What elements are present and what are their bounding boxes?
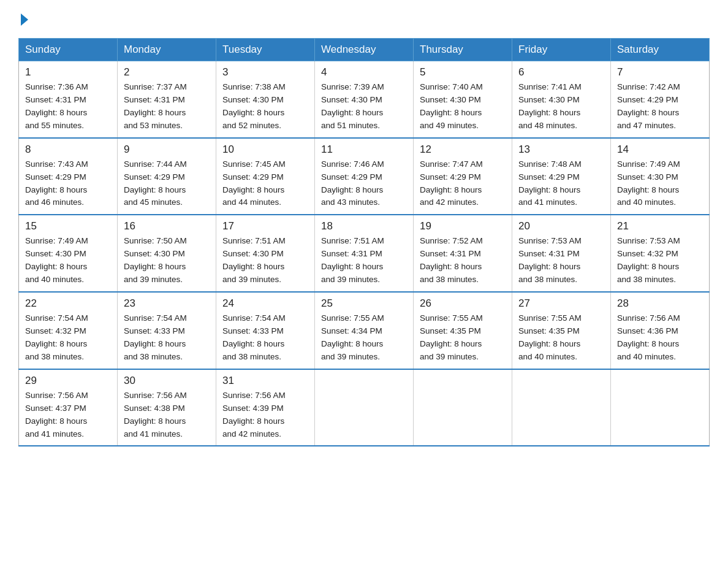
day-info: Sunrise: 7:40 AMSunset: 4:30 PMDaylight:…: [420, 82, 483, 130]
calendar-cell: 14 Sunrise: 7:49 AMSunset: 4:30 PMDaylig…: [611, 138, 710, 215]
header-thursday: Thursday: [414, 39, 512, 61]
calendar-cell: 3 Sunrise: 7:38 AMSunset: 4:30 PMDayligh…: [216, 61, 315, 138]
weekday-header-row: Sunday Monday Tuesday Wednesday Thursday…: [19, 39, 710, 61]
day-number: 18: [321, 220, 407, 232]
calendar-week-row: 22 Sunrise: 7:54 AMSunset: 4:32 PMDaylig…: [19, 292, 710, 369]
calendar-cell: 25 Sunrise: 7:55 AMSunset: 4:34 PMDaylig…: [315, 292, 414, 369]
calendar-cell: [414, 369, 512, 446]
calendar-cell: [611, 369, 710, 446]
header-tuesday: Tuesday: [216, 39, 315, 61]
day-info: Sunrise: 7:56 AMSunset: 4:39 PMDaylight:…: [222, 391, 286, 439]
day-info: Sunrise: 7:46 AMSunset: 4:29 PMDaylight:…: [321, 159, 384, 207]
day-number: 21: [617, 220, 703, 232]
calendar-cell: 27 Sunrise: 7:55 AMSunset: 4:35 PMDaylig…: [512, 292, 611, 369]
day-info: Sunrise: 7:52 AMSunset: 4:31 PMDaylight:…: [420, 236, 483, 284]
calendar-cell: 23 Sunrise: 7:54 AMSunset: 4:33 PMDaylig…: [118, 292, 216, 369]
day-number: 10: [222, 144, 308, 156]
calendar-table: Sunday Monday Tuesday Wednesday Thursday…: [18, 38, 710, 446]
day-number: 17: [222, 220, 308, 232]
day-number: 12: [420, 144, 506, 156]
day-info: Sunrise: 7:49 AMSunset: 4:30 PMDaylight:…: [25, 236, 88, 284]
calendar-week-row: 15 Sunrise: 7:49 AMSunset: 4:30 PMDaylig…: [19, 215, 710, 292]
day-info: Sunrise: 7:48 AMSunset: 4:29 PMDaylight:…: [518, 159, 582, 207]
calendar-cell: 2 Sunrise: 7:37 AMSunset: 4:31 PMDayligh…: [118, 61, 216, 138]
day-info: Sunrise: 7:43 AMSunset: 4:29 PMDaylight:…: [25, 159, 88, 207]
day-info: Sunrise: 7:51 AMSunset: 4:31 PMDaylight:…: [321, 236, 384, 284]
logo-arrow-icon: [21, 13, 28, 26]
calendar-cell: 11 Sunrise: 7:46 AMSunset: 4:29 PMDaylig…: [315, 138, 414, 215]
day-number: 8: [25, 144, 111, 156]
day-number: 20: [518, 220, 604, 232]
day-number: 15: [25, 220, 111, 232]
calendar-cell: [512, 369, 611, 446]
day-info: Sunrise: 7:56 AMSunset: 4:38 PMDaylight:…: [124, 391, 187, 439]
calendar-cell: 22 Sunrise: 7:54 AMSunset: 4:32 PMDaylig…: [19, 292, 118, 369]
header-monday: Monday: [118, 39, 216, 61]
day-number: 28: [617, 297, 703, 310]
day-info: Sunrise: 7:47 AMSunset: 4:29 PMDaylight:…: [420, 159, 483, 207]
calendar-cell: 26 Sunrise: 7:55 AMSunset: 4:35 PMDaylig…: [414, 292, 512, 369]
day-info: Sunrise: 7:36 AMSunset: 4:31 PMDaylight:…: [25, 82, 88, 130]
header-friday: Friday: [512, 39, 611, 61]
day-info: Sunrise: 7:39 AMSunset: 4:30 PMDaylight:…: [321, 82, 384, 130]
day-number: 19: [420, 220, 506, 232]
calendar-cell: 15 Sunrise: 7:49 AMSunset: 4:30 PMDaylig…: [19, 215, 118, 292]
calendar-cell: 24 Sunrise: 7:54 AMSunset: 4:33 PMDaylig…: [216, 292, 315, 369]
day-info: Sunrise: 7:50 AMSunset: 4:30 PMDaylight:…: [124, 236, 187, 284]
header-sunday: Sunday: [19, 39, 118, 61]
day-info: Sunrise: 7:44 AMSunset: 4:29 PMDaylight:…: [124, 159, 187, 207]
calendar-cell: 6 Sunrise: 7:41 AMSunset: 4:30 PMDayligh…: [512, 61, 611, 138]
day-info: Sunrise: 7:55 AMSunset: 4:34 PMDaylight:…: [321, 313, 384, 361]
day-number: 5: [420, 66, 506, 79]
day-info: Sunrise: 7:55 AMSunset: 4:35 PMDaylight:…: [518, 313, 582, 361]
day-number: 14: [617, 144, 703, 156]
day-info: Sunrise: 7:37 AMSunset: 4:31 PMDaylight:…: [124, 82, 187, 130]
day-info: Sunrise: 7:54 AMSunset: 4:33 PMDaylight:…: [222, 313, 286, 361]
day-info: Sunrise: 7:56 AMSunset: 4:36 PMDaylight:…: [617, 313, 680, 361]
day-number: 30: [124, 375, 210, 387]
day-number: 13: [518, 144, 604, 156]
day-info: Sunrise: 7:41 AMSunset: 4:30 PMDaylight:…: [518, 82, 582, 130]
calendar-cell: 30 Sunrise: 7:56 AMSunset: 4:38 PMDaylig…: [118, 369, 216, 446]
calendar-cell: 13 Sunrise: 7:48 AMSunset: 4:29 PMDaylig…: [512, 138, 611, 215]
day-info: Sunrise: 7:49 AMSunset: 4:30 PMDaylight:…: [617, 159, 680, 207]
day-info: Sunrise: 7:45 AMSunset: 4:29 PMDaylight:…: [222, 159, 286, 207]
day-number: 1: [25, 66, 111, 79]
calendar-cell: 7 Sunrise: 7:42 AMSunset: 4:29 PMDayligh…: [611, 61, 710, 138]
calendar-week-row: 29 Sunrise: 7:56 AMSunset: 4:37 PMDaylig…: [19, 369, 710, 446]
calendar-cell: 4 Sunrise: 7:39 AMSunset: 4:30 PMDayligh…: [315, 61, 414, 138]
day-info: Sunrise: 7:55 AMSunset: 4:35 PMDaylight:…: [420, 313, 483, 361]
logo: [18, 12, 28, 26]
day-info: Sunrise: 7:53 AMSunset: 4:32 PMDaylight:…: [617, 236, 680, 284]
day-number: 6: [518, 66, 604, 79]
day-number: 27: [518, 297, 604, 310]
logo-blue-text: [18, 12, 28, 26]
calendar-week-row: 8 Sunrise: 7:43 AMSunset: 4:29 PMDayligh…: [19, 138, 710, 215]
day-info: Sunrise: 7:42 AMSunset: 4:29 PMDaylight:…: [617, 82, 680, 130]
day-number: 11: [321, 144, 407, 156]
day-info: Sunrise: 7:54 AMSunset: 4:32 PMDaylight:…: [25, 313, 88, 361]
calendar-cell: 28 Sunrise: 7:56 AMSunset: 4:36 PMDaylig…: [611, 292, 710, 369]
day-number: 25: [321, 297, 407, 310]
day-number: 3: [222, 66, 308, 79]
day-info: Sunrise: 7:38 AMSunset: 4:30 PMDaylight:…: [222, 82, 286, 130]
day-number: 9: [124, 144, 210, 156]
day-info: Sunrise: 7:54 AMSunset: 4:33 PMDaylight:…: [124, 313, 187, 361]
day-number: 29: [25, 375, 111, 387]
calendar-cell: 8 Sunrise: 7:43 AMSunset: 4:29 PMDayligh…: [19, 138, 118, 215]
day-number: 4: [321, 66, 407, 79]
calendar-cell: 12 Sunrise: 7:47 AMSunset: 4:29 PMDaylig…: [414, 138, 512, 215]
calendar-cell: 31 Sunrise: 7:56 AMSunset: 4:39 PMDaylig…: [216, 369, 315, 446]
day-number: 22: [25, 297, 111, 310]
calendar-cell: 20 Sunrise: 7:53 AMSunset: 4:31 PMDaylig…: [512, 215, 611, 292]
day-number: 7: [617, 66, 703, 79]
day-number: 23: [124, 297, 210, 310]
calendar-cell: 21 Sunrise: 7:53 AMSunset: 4:32 PMDaylig…: [611, 215, 710, 292]
header-wednesday: Wednesday: [315, 39, 414, 61]
calendar-cell: 1 Sunrise: 7:36 AMSunset: 4:31 PMDayligh…: [19, 61, 118, 138]
calendar-cell: [315, 369, 414, 446]
header-saturday: Saturday: [611, 39, 710, 61]
day-number: 16: [124, 220, 210, 232]
day-info: Sunrise: 7:53 AMSunset: 4:31 PMDaylight:…: [518, 236, 582, 284]
calendar-cell: 18 Sunrise: 7:51 AMSunset: 4:31 PMDaylig…: [315, 215, 414, 292]
